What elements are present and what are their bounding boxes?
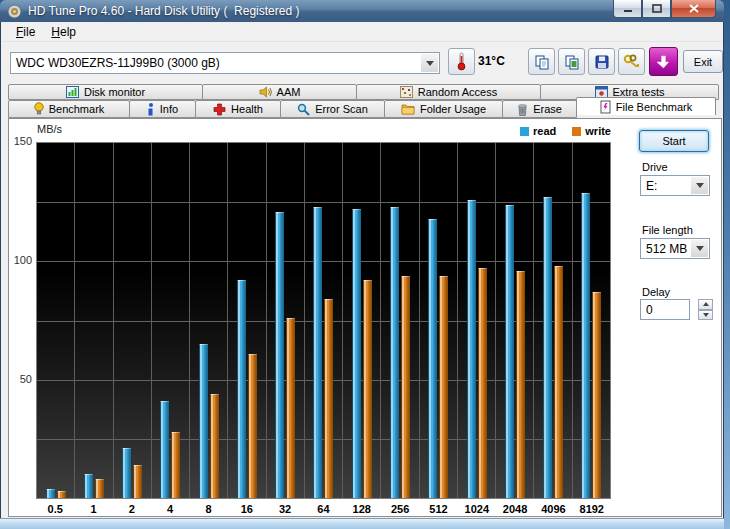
- options-button[interactable]: [618, 48, 645, 75]
- read-bar: [390, 207, 399, 498]
- legend-write: write: [572, 125, 611, 137]
- maximize-button[interactable]: [642, 0, 671, 18]
- write-bar: [363, 280, 372, 498]
- x-axis-labels: 0.512481632641282565121024204840968192: [36, 503, 611, 515]
- download-update-button[interactable]: [649, 47, 678, 76]
- window-bottom-border: [0, 518, 724, 529]
- bar-slot: [266, 143, 304, 498]
- x-tick-label: 8192: [573, 503, 611, 515]
- read-bar: [543, 197, 552, 498]
- write-bar: [248, 354, 257, 498]
- file-benchmark-icon: [600, 100, 611, 114]
- copy-icon: [534, 54, 550, 70]
- file-benchmark-panel: MB/s read write 50100150 0.5124816326412…: [8, 118, 722, 517]
- bar-slot: [419, 143, 457, 498]
- tab-benchmark[interactable]: Benchmark: [8, 100, 130, 118]
- read-bar: [84, 474, 93, 498]
- disk-monitor-icon: [66, 86, 79, 98]
- write-bar: [210, 394, 219, 498]
- start-button[interactable]: Start: [639, 130, 709, 152]
- info-icon: [147, 103, 155, 116]
- write-bar: [133, 465, 142, 498]
- title-bar: HD Tune Pro 4.60 - Hard Disk Utility ( R…: [0, 0, 724, 22]
- keys-icon: [623, 54, 640, 69]
- tab-disk-monitor[interactable]: Disk monitor: [8, 84, 203, 100]
- bar-slot: [380, 143, 418, 498]
- tab-health[interactable]: Health: [195, 100, 281, 118]
- temperature-button[interactable]: [448, 48, 475, 75]
- tab-folder-usage[interactable]: Folder Usage: [384, 100, 503, 118]
- write-bar: [554, 266, 563, 498]
- write-bar: [439, 276, 448, 499]
- legend-write-swatch: [572, 127, 581, 136]
- close-button[interactable]: [671, 0, 716, 18]
- x-tick-label: 2048: [496, 503, 534, 515]
- close-icon: [689, 4, 699, 13]
- copy-image-icon: [564, 54, 580, 70]
- tab-erase[interactable]: Erase: [502, 100, 577, 118]
- x-tick-label: 8: [189, 503, 227, 515]
- save-icon: [594, 54, 610, 70]
- menu-bar: File Help: [2, 22, 722, 42]
- read-bar: [237, 280, 246, 498]
- delay-input[interactable]: 0: [640, 299, 690, 320]
- tab-info[interactable]: Info: [129, 100, 196, 118]
- folder-icon: [401, 103, 415, 115]
- legend-read: read: [520, 125, 556, 137]
- copy-text-button[interactable]: [528, 48, 555, 75]
- menu-file[interactable]: File: [8, 23, 43, 41]
- read-bar: [160, 401, 169, 498]
- x-tick-label: 2: [113, 503, 151, 515]
- file-length-dropdown[interactable]: 512 MB: [640, 238, 710, 259]
- x-tick-label: 16: [228, 503, 266, 515]
- write-bar: [286, 318, 295, 498]
- bar-slot: [113, 143, 151, 498]
- tab-aam[interactable]: AAM: [202, 84, 357, 100]
- write-bar: [401, 276, 410, 499]
- copy-screenshot-button[interactable]: [558, 48, 585, 75]
- exit-button[interactable]: Exit: [683, 50, 723, 73]
- save-button[interactable]: [588, 48, 615, 75]
- read-bar: [275, 212, 284, 498]
- spinner-up-button[interactable]: [698, 299, 713, 310]
- plot-bars: [37, 143, 610, 498]
- tab-random-access[interactable]: Random Access: [356, 84, 541, 100]
- read-bar: [46, 489, 55, 499]
- window-title: HD Tune Pro 4.60 - Hard Disk Utility ( R…: [28, 4, 299, 18]
- x-tick-label: 32: [266, 503, 304, 515]
- benchmark-icon: [34, 102, 44, 116]
- read-bar: [352, 209, 361, 498]
- spinner-down-icon: [703, 313, 709, 317]
- x-tick-label: 256: [381, 503, 419, 515]
- read-bar: [313, 207, 322, 498]
- bar-slot: [457, 143, 495, 498]
- x-tick-label: 1024: [458, 503, 496, 515]
- read-bar: [467, 200, 476, 498]
- x-tick-label: 512: [419, 503, 457, 515]
- app-window: HD Tune Pro 4.60 - Hard Disk Utility ( R…: [0, 0, 724, 529]
- y-tick-label: 100: [9, 254, 32, 266]
- spinner-up-icon: [703, 302, 709, 306]
- speaker-icon: [259, 86, 272, 98]
- read-bar: [122, 448, 131, 498]
- write-bar: [95, 479, 104, 498]
- write-bar: [516, 271, 525, 498]
- minimize-button[interactable]: [613, 0, 642, 18]
- spinner-down-button[interactable]: [698, 310, 713, 321]
- menu-help[interactable]: Help: [43, 23, 84, 41]
- write-bar: [324, 299, 333, 498]
- tab-strip: Disk monitor AAM Random Access Extra tes…: [8, 84, 722, 118]
- bar-slot: [533, 143, 571, 498]
- legend-read-label: read: [533, 125, 556, 137]
- drive-selector-dropdown[interactable]: WDC WD30EZRS-11J99B0 (3000 gB): [10, 52, 440, 74]
- write-bar: [171, 432, 180, 498]
- minimize-icon: [623, 4, 633, 13]
- bar-slot: [189, 143, 227, 498]
- tab-file-benchmark[interactable]: File Benchmark: [576, 97, 716, 115]
- trash-icon: [517, 103, 528, 116]
- read-bar: [199, 344, 208, 498]
- tab-error-scan[interactable]: Error Scan: [280, 100, 385, 118]
- temperature-value: 31°C: [478, 54, 505, 68]
- drive-dropdown[interactable]: E:: [640, 175, 710, 196]
- benchmark-chart: [36, 142, 611, 499]
